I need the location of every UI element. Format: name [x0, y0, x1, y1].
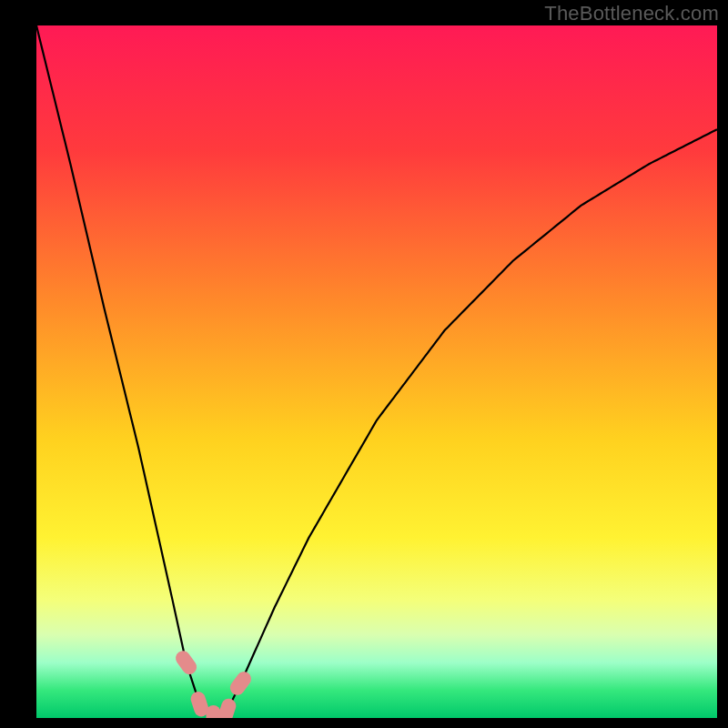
curve-layer — [36, 25, 717, 718]
highlight-marker — [173, 648, 199, 677]
watermark-text: TheBottleneck.com — [544, 2, 719, 25]
highlight-marker — [217, 697, 238, 718]
plot-area — [36, 25, 717, 718]
highlight-marker — [228, 669, 254, 698]
bottleneck-curve — [36, 25, 717, 717]
chart-frame: TheBottleneck.com — [0, 0, 728, 728]
